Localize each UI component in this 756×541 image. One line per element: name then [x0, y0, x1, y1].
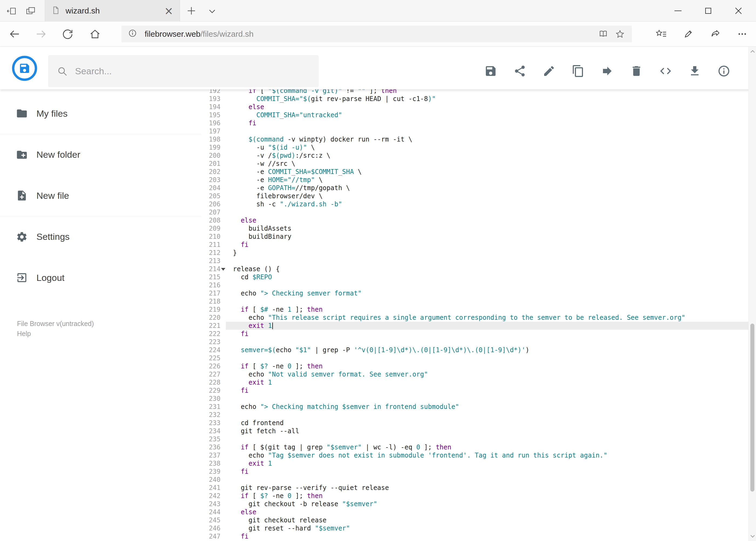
code-line-text[interactable] — [226, 297, 748, 305]
code-line[interactable]: 198 $(command -v winpty) docker run --rm… — [201, 135, 748, 144]
reading-view-icon[interactable] — [598, 29, 609, 39]
code-line[interactable]: 192 if [ "$(command -v git)" != "" ]; th… — [201, 89, 748, 95]
search-bar[interactable] — [48, 55, 319, 87]
scrollbar[interactable] — [748, 47, 756, 541]
copy-button[interactable] — [572, 65, 585, 78]
code-line-text[interactable]: buildBinary — [226, 233, 748, 241]
code-line[interactable]: 239 fi — [201, 467, 748, 476]
code-line-text[interactable]: exit 1 — [226, 459, 748, 467]
browser-tab[interactable]: wizard.sh × — [45, 0, 180, 22]
code-line-text[interactable]: else — [226, 216, 748, 225]
code-line-text[interactable]: -e COMMIT_SHA=$COMMIT_SHA \ — [226, 168, 748, 176]
code-line[interactable]: 219 if [ $# -ne 1 ]; then — [201, 305, 748, 313]
address-bar[interactable]: filebrowser.web/files/wizard.sh — [122, 26, 632, 42]
window-close-button[interactable] — [723, 0, 754, 22]
code-line[interactable]: 210 buildBinary — [201, 233, 748, 241]
code-line-text[interactable]: $(command -v winpty) docker run --rm -it… — [226, 135, 748, 144]
code-line[interactable]: 206 sh -c "./wizard.sh -b" — [201, 200, 748, 208]
code-line-text[interactable]: fi — [226, 119, 748, 127]
tab-close-icon[interactable]: × — [164, 5, 173, 16]
code-line[interactable]: 232 — [201, 411, 748, 419]
web-note-pen-icon[interactable] — [682, 28, 694, 40]
code-line-text[interactable]: cd $REPO — [226, 273, 748, 281]
code-line-text[interactable]: git reset --hard "$semver" — [226, 524, 748, 532]
code-line-text[interactable] — [226, 338, 748, 346]
code-line-text[interactable]: else — [226, 103, 748, 111]
code-line-text[interactable] — [226, 411, 748, 419]
code-line[interactable]: 226 if [ $? -ne 0 ]; then — [201, 362, 748, 370]
code-line-text[interactable]: sh -c "./wizard.sh -b" — [226, 200, 748, 208]
code-line-text[interactable]: -e HOME="//tmp" \ — [226, 176, 748, 184]
back-button[interactable] — [9, 28, 21, 40]
code-line[interactable]: 203 -e HOME="//tmp" \ — [201, 176, 748, 184]
code-line-text[interactable] — [226, 127, 748, 135]
tab-preview-icon[interactable] — [25, 5, 36, 16]
code-line-text[interactable]: if [ "$(command -v git)" != "" ]; then — [226, 89, 748, 95]
code-line[interactable]: 237 echo "Tag $semver does not exist in … — [201, 451, 748, 459]
code-line-text[interactable]: if [ $? -ne 0 ]; then — [226, 492, 748, 500]
code-line[interactable]: 234 git fetch --all — [201, 427, 748, 435]
code-line-text[interactable]: } — [226, 249, 748, 257]
code-line[interactable]: 201 -w //src \ — [201, 160, 748, 168]
code-line-text[interactable] — [226, 435, 748, 443]
favorite-star-icon[interactable] — [615, 29, 626, 39]
code-line-text[interactable] — [226, 354, 748, 362]
edit-button[interactable] — [543, 65, 556, 78]
sidebar-item-my-files[interactable]: My files — [0, 93, 201, 134]
code-line-text[interactable]: echo "> Checking semver format" — [226, 289, 748, 297]
code-line[interactable]: 231 echo "> Checking matching $semver in… — [201, 403, 748, 411]
code-line[interactable]: 240 — [201, 476, 748, 484]
code-line-text[interactable]: fi — [226, 532, 748, 540]
code-line-text[interactable]: -u "$(id -u)" \ — [226, 144, 748, 152]
code-line[interactable]: 217 echo "> Checking semver format" — [201, 289, 748, 297]
code-line[interactable]: 220 echo "This release script requires a… — [201, 313, 748, 322]
code-line[interactable]: 211 fi — [201, 241, 748, 249]
code-line[interactable]: 200 -v /$(pwd):/src:z \ — [201, 152, 748, 160]
code-line-text[interactable]: COMMIT_SHA="untracked" — [226, 111, 748, 119]
code-line-text[interactable]: exit 1 — [226, 378, 748, 386]
code-line[interactable]: 228 exit 1 — [201, 378, 748, 386]
code-line-text[interactable]: echo "This release script requires a sin… — [226, 313, 748, 322]
code-line[interactable]: 238 exit 1 — [201, 459, 748, 467]
code-line-text[interactable]: -w //src \ — [226, 160, 748, 168]
share-page-icon[interactable] — [709, 28, 721, 40]
scroll-up-icon[interactable] — [749, 48, 756, 55]
help-link[interactable]: Help — [17, 329, 94, 339]
code-line[interactable]: 246 git reset --hard "$semver" — [201, 524, 748, 532]
tab-list-chevron-icon[interactable] — [207, 6, 217, 17]
download-button[interactable] — [688, 65, 701, 78]
code-line[interactable]: 230 — [201, 395, 748, 403]
code-line[interactable]: 216 — [201, 281, 748, 289]
more-menu-icon[interactable] — [736, 28, 748, 40]
code-line[interactable]: 241 git rev-parse --verify --quiet relea… — [201, 484, 748, 492]
code-line-text[interactable]: if [ $# -ne 1 ]; then — [226, 305, 748, 313]
sidebar-item-settings[interactable]: Settings — [0, 216, 201, 257]
code-line-text[interactable]: fi — [226, 330, 748, 338]
code-line[interactable]: 242 if [ $? -ne 0 ]; then — [201, 492, 748, 500]
code-line-text[interactable]: else — [226, 508, 748, 516]
code-line[interactable]: 222 fi — [201, 330, 748, 338]
code-line[interactable]: 207 — [201, 208, 748, 216]
code-line[interactable]: 225 — [201, 354, 748, 362]
code-line-text[interactable]: -v /$(pwd):/src:z \ — [226, 152, 748, 160]
code-line[interactable]: 244 else — [201, 508, 748, 516]
code-line-text[interactable]: git rev-parse --verify --quiet release — [226, 484, 748, 492]
scrollbar-thumb[interactable] — [750, 323, 754, 492]
code-line-text[interactable]: if [ $? -ne 0 ]; then — [226, 362, 748, 370]
code-line[interactable]: 208 else — [201, 216, 748, 225]
set-tabs-aside-icon[interactable] — [6, 5, 17, 16]
code-line[interactable]: 196 fi — [201, 119, 748, 127]
code-line-text[interactable]: fi — [226, 386, 748, 395]
code-line[interactable]: 214release () { — [201, 265, 748, 273]
code-line-text[interactable] — [226, 208, 748, 216]
move-button[interactable] — [601, 65, 614, 78]
code-line[interactable]: 245 git checkout release — [201, 516, 748, 524]
code-editor[interactable]: 192 if [ "$(command -v git)" != "" ]; th… — [201, 89, 748, 541]
code-line[interactable]: 221 exit 1 — [201, 322, 748, 330]
code-line[interactable]: 235 — [201, 435, 748, 443]
code-line[interactable]: 213 — [201, 257, 748, 265]
code-line[interactable]: 215 cd $REPO — [201, 273, 748, 281]
code-line-text[interactable]: filebrowser/dev \ — [226, 192, 748, 200]
fold-arrow-icon[interactable] — [221, 268, 225, 270]
code-line[interactable]: 204 -e GOPATH=//tmp/gopath \ — [201, 184, 748, 192]
